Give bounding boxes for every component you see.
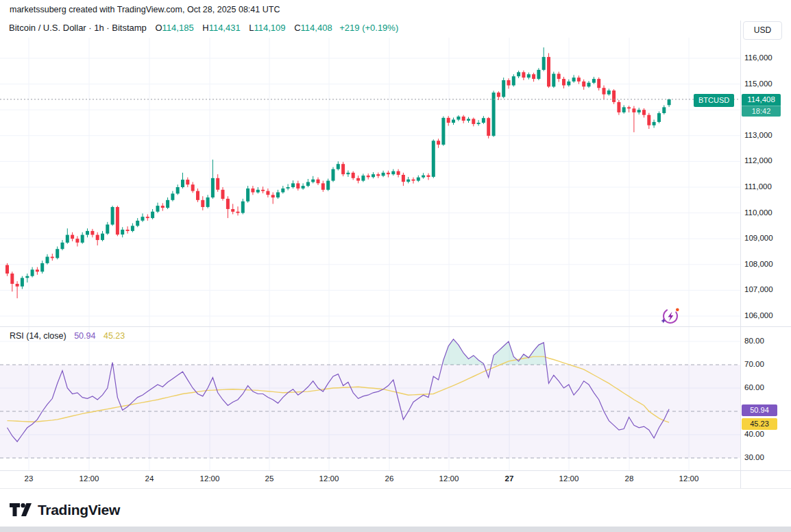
time-tick-label: 12:00	[552, 474, 586, 483]
price-axis[interactable]	[741, 21, 791, 470]
symbol-title[interactable]: Bitcoin / U.S. Dollar · 1h · Bitstamp	[9, 23, 147, 33]
price-tick-label: 116,000	[744, 53, 772, 62]
rsi-params: (14, close)	[26, 331, 66, 341]
time-tick-label: 28	[612, 474, 646, 483]
last-price-value: 114,408	[742, 94, 781, 106]
price-tick-label: 115,000	[744, 80, 772, 88]
tradingview-logo[interactable]: TradingView	[9, 501, 120, 519]
chart-canvas[interactable]	[0, 0, 791, 532]
rsi-value-badge: 50.94	[742, 404, 777, 416]
last-price-badge: 114,408 18:42	[742, 94, 781, 117]
change-value: +219 (+0.19%)	[339, 23, 398, 33]
flash-dot	[676, 309, 679, 312]
rsi-tick-label: 40.00	[744, 430, 764, 438]
bar-countdown: 18:42	[742, 106, 781, 117]
flash-sparkle	[661, 319, 666, 324]
rsi-tick-label: 30.00	[744, 453, 764, 461]
time-tick-label: 23	[12, 474, 46, 483]
price-tick-label: 106,000	[744, 311, 773, 319]
ohlc-close-value: 114,408	[301, 23, 332, 33]
footer-border	[0, 488, 791, 489]
rsi-tick-label: 80.00	[744, 337, 764, 345]
rsi-ma-value: 45.23	[104, 331, 125, 341]
bottom-strip	[0, 527, 791, 532]
time-tick-label: 12:00	[312, 474, 346, 483]
price-tick-label: 112,000	[744, 156, 772, 165]
time-tick-label: 25	[252, 474, 287, 483]
price-tick-label: 113,000	[744, 131, 772, 139]
rsi-title: RSI	[10, 331, 24, 341]
price-tick-label: 110,000	[744, 208, 772, 217]
time-axis-border	[0, 470, 791, 471]
tradingview-logo-icon	[9, 501, 32, 519]
rsi-ma-badge: 45.23	[742, 418, 777, 430]
rsi-legend[interactable]: RSI (14, close) 50.94 45.23	[10, 331, 125, 341]
ohlc-low-label: L	[249, 23, 254, 33]
time-tick-label: 12:00	[432, 474, 466, 483]
time-tick-label: 12:00	[72, 474, 106, 483]
flash-icon[interactable]	[659, 305, 681, 326]
price-tick-label: 109,000	[744, 234, 773, 242]
ohlc-open-label: O	[155, 23, 162, 33]
lightning-bolt-icon	[668, 312, 674, 322]
rsi-tick-label: 60.00	[744, 383, 764, 391]
rsi-tick-label: 70.00	[744, 360, 764, 368]
pane-separator[interactable]	[0, 326, 791, 327]
price-tick-label: 111,000	[744, 182, 772, 191]
attribution: marketssuberg created with TradingView.c…	[10, 5, 280, 14]
ohlc-high-value: 114,431	[209, 23, 241, 33]
rsi-value: 50.94	[74, 331, 95, 341]
ohlc-high-label: H	[202, 23, 208, 33]
time-tick-label: 24	[132, 474, 167, 483]
time-tick-label: 12:00	[672, 474, 706, 483]
tradingview-logo-text: TradingView	[38, 502, 120, 518]
price-axis-border	[740, 21, 741, 488]
last-price-symbol-badge: BTCUSD	[694, 94, 734, 107]
time-tick-label: 27	[492, 474, 526, 483]
price-tick-label: 107,000	[744, 285, 773, 293]
ohlc-low-value: 114,109	[254, 23, 286, 33]
ohlc-close-label: C	[294, 23, 300, 33]
ohlc-open-value: 114,185	[162, 23, 194, 33]
time-tick-label: 12:00	[193, 474, 227, 483]
tradingview-chart: marketssuberg created with TradingView.c…	[0, 0, 791, 532]
symbol-legend[interactable]: Bitcoin / U.S. Dollar · 1h · Bitstamp O1…	[9, 23, 398, 33]
price-tick-label: 108,000	[744, 260, 773, 268]
time-tick-label: 26	[372, 474, 406, 483]
